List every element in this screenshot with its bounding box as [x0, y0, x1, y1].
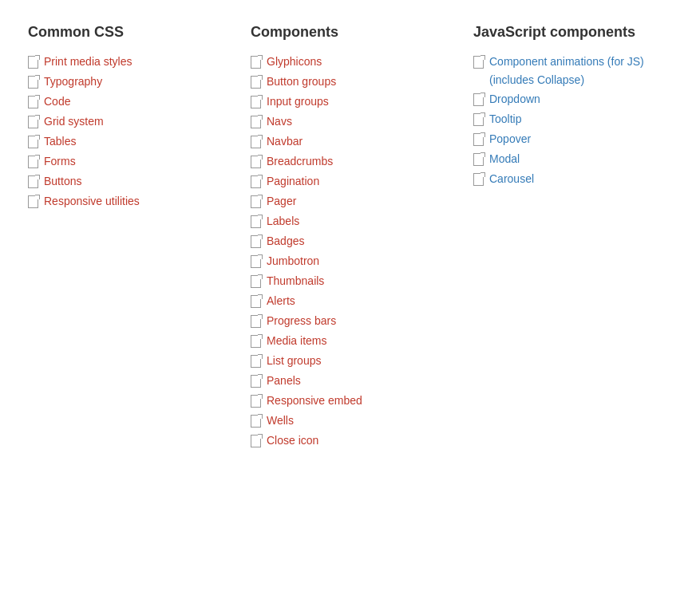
page-icon: [473, 133, 484, 146]
carousel-link[interactable]: Carousel: [489, 172, 534, 185]
page-icon: [251, 175, 262, 188]
page-icon: [251, 96, 262, 108]
page-icon: [251, 116, 262, 128]
list-item: Progress bars: [251, 314, 449, 328]
input-groups-link[interactable]: Input groups: [267, 95, 329, 108]
list-groups-link[interactable]: List groups: [267, 354, 321, 367]
panels-link[interactable]: Panels: [267, 374, 301, 387]
page-icon: [251, 315, 262, 328]
grid-system-link[interactable]: Grid system: [44, 115, 104, 128]
page-icon: [251, 395, 262, 408]
typography-link[interactable]: Typography: [44, 75, 102, 88]
page-icon: [28, 96, 39, 108]
page-icon: [251, 435, 262, 447]
page-icon: [28, 175, 39, 188]
page-icon: [251, 375, 262, 388]
list-item: Alerts: [251, 294, 449, 308]
page-icon: [251, 255, 262, 268]
list-item: Tables: [28, 135, 227, 148]
page-icon: [473, 93, 484, 106]
progress-bars-link[interactable]: Progress bars: [267, 314, 336, 327]
list-item: Glyphicons: [251, 55, 449, 69]
list-item: Grid system: [28, 115, 227, 128]
list-item: Navbar: [251, 135, 449, 148]
page-icon: [251, 295, 262, 308]
alerts-link[interactable]: Alerts: [267, 294, 295, 307]
navs-link[interactable]: Navs: [267, 115, 292, 128]
page-icon: [473, 153, 484, 166]
close-icon-link[interactable]: Close icon: [267, 434, 318, 447]
media-items-link[interactable]: Media items: [267, 334, 326, 347]
page-icon: [251, 195, 262, 208]
page-icon: [251, 76, 262, 89]
page-icon: [473, 173, 484, 186]
javascript-components-list: Component animations (for JS) (includes …: [473, 55, 672, 186]
components-list: Glyphicons Button groups Input groups Na…: [251, 55, 449, 447]
page-icon: [473, 113, 484, 126]
tooltip-link[interactable]: Tooltip: [489, 112, 521, 125]
list-item: Badges: [251, 235, 449, 248]
buttons-link[interactable]: Buttons: [44, 175, 81, 187]
navbar-link[interactable]: Navbar: [267, 135, 303, 148]
tables-link[interactable]: Tables: [44, 135, 76, 148]
list-item: Component animations (for JS) (includes …: [473, 55, 672, 86]
glyphicons-link[interactable]: Glyphicons: [267, 55, 322, 68]
list-item: Responsive utilities: [28, 195, 227, 208]
popover-link[interactable]: Popover: [489, 132, 531, 145]
common-css-title: Common CSS: [28, 24, 227, 41]
list-item: Print media styles: [28, 55, 227, 69]
breadcrumbs-link[interactable]: Breadcrumbs: [267, 155, 333, 168]
list-item: Navs: [251, 115, 449, 128]
list-item: List groups: [251, 354, 449, 368]
list-item: Modal: [473, 152, 672, 166]
list-item: Typography: [28, 75, 227, 89]
list-item: Dropdown: [473, 93, 672, 106]
print-media-styles-link[interactable]: Print media styles: [44, 55, 132, 68]
page-icon: [473, 56, 484, 69]
responsive-embed-link[interactable]: Responsive embed: [267, 394, 362, 407]
component-animations-link[interactable]: Component animations (for JS): [489, 55, 644, 68]
list-item: Media items: [251, 334, 449, 348]
list-item: Buttons: [28, 175, 227, 188]
pager-link[interactable]: Pager: [267, 195, 296, 207]
dropdown-link[interactable]: Dropdown: [489, 93, 540, 105]
modal-link[interactable]: Modal: [489, 152, 520, 165]
page-icon: [28, 136, 39, 148]
javascript-components-column: JavaScript components Component animatio…: [461, 16, 684, 200]
javascript-components-title: JavaScript components: [473, 24, 672, 41]
wells-link[interactable]: Wells: [267, 414, 294, 427]
list-item: Panels: [251, 374, 449, 388]
badges-link[interactable]: Badges: [267, 235, 304, 247]
list-item: Carousel: [473, 172, 672, 186]
list-item: Button groups: [251, 75, 449, 89]
code-link[interactable]: Code: [44, 95, 70, 108]
thumbnails-link[interactable]: Thumbnails: [267, 274, 324, 287]
list-item: Pager: [251, 195, 449, 208]
list-item: Popover: [473, 132, 672, 146]
list-item: Labels: [251, 215, 449, 228]
component-animations-sublabel: (includes Collapse): [489, 73, 584, 86]
page-icon: [251, 215, 262, 228]
list-item: Breadcrumbs: [251, 155, 449, 168]
responsive-utilities-link[interactable]: Responsive utilities: [44, 195, 140, 207]
jumbotron-link[interactable]: Jumbotron: [267, 254, 319, 267]
page-icon: [251, 415, 262, 428]
page-icon: [251, 335, 262, 348]
forms-link[interactable]: Forms: [44, 155, 76, 168]
page-icon: [28, 116, 39, 128]
list-item: Tooltip: [473, 112, 672, 126]
common-css-column: Common CSS Print media styles Typography…: [16, 16, 239, 223]
list-item: Thumbnails: [251, 274, 449, 288]
page-icon: [251, 56, 262, 69]
button-groups-link[interactable]: Button groups: [267, 75, 336, 88]
list-item: Pagination: [251, 175, 449, 188]
list-item: Responsive embed: [251, 394, 449, 408]
page-icon: [28, 156, 39, 168]
page-icon: [251, 355, 262, 368]
page-icon: [251, 235, 262, 248]
list-item: Code: [28, 95, 227, 108]
pagination-link[interactable]: Pagination: [267, 175, 319, 187]
list-item: Close icon: [251, 434, 449, 447]
page-icon: [28, 56, 39, 69]
labels-link[interactable]: Labels: [267, 215, 299, 227]
